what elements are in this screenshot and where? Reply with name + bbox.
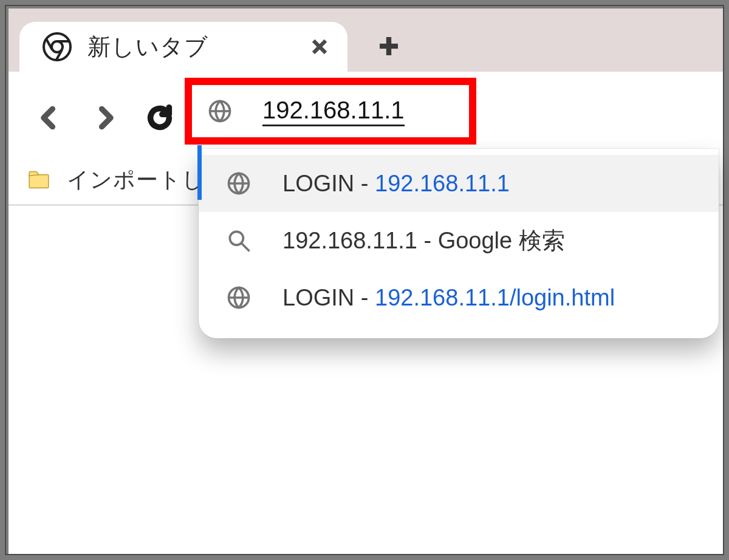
chrome-logo-icon bbox=[43, 32, 72, 61]
omnibox-suggestions: LOGIN - 192.168.11.1 192.168.11.1 - Goog… bbox=[199, 149, 719, 338]
close-tab-button[interactable] bbox=[307, 35, 332, 59]
toolbar: 192.168.11.1 bbox=[9, 86, 723, 149]
tab-strip: 新しいタブ bbox=[9, 9, 723, 72]
suggestion-text: 192.168.11.1 - Google 検索 bbox=[282, 225, 565, 256]
suggestion-text: LOGIN - 192.168.11.1/login.html bbox=[282, 285, 615, 311]
search-icon bbox=[225, 227, 252, 254]
globe-icon bbox=[225, 284, 252, 311]
address-bar-highlight: 192.168.11.1 bbox=[185, 78, 476, 145]
suggestion-item[interactable]: LOGIN - 192.168.11.1/login.html bbox=[199, 269, 719, 326]
folder-icon bbox=[27, 168, 51, 192]
new-tab-button[interactable] bbox=[371, 28, 407, 64]
reload-button[interactable] bbox=[143, 101, 176, 134]
tab-title: 新しいタブ bbox=[87, 32, 208, 63]
suggestion-item[interactable]: 192.168.11.1 - Google 検索 bbox=[199, 212, 719, 269]
forward-button[interactable] bbox=[89, 101, 122, 134]
globe-icon bbox=[225, 170, 252, 197]
svg-line-10 bbox=[242, 244, 249, 251]
svg-rect-7 bbox=[29, 175, 49, 188]
suggestion-item[interactable]: LOGIN - 192.168.11.1 bbox=[199, 155, 719, 212]
address-bar-input[interactable]: 192.168.11.1 bbox=[262, 97, 405, 126]
active-tab[interactable]: 新しいタブ bbox=[19, 22, 347, 72]
back-button[interactable] bbox=[33, 101, 66, 134]
suggestion-text: LOGIN - 192.168.11.1 bbox=[282, 171, 510, 197]
globe-icon bbox=[207, 98, 233, 125]
svg-point-9 bbox=[230, 231, 243, 245]
